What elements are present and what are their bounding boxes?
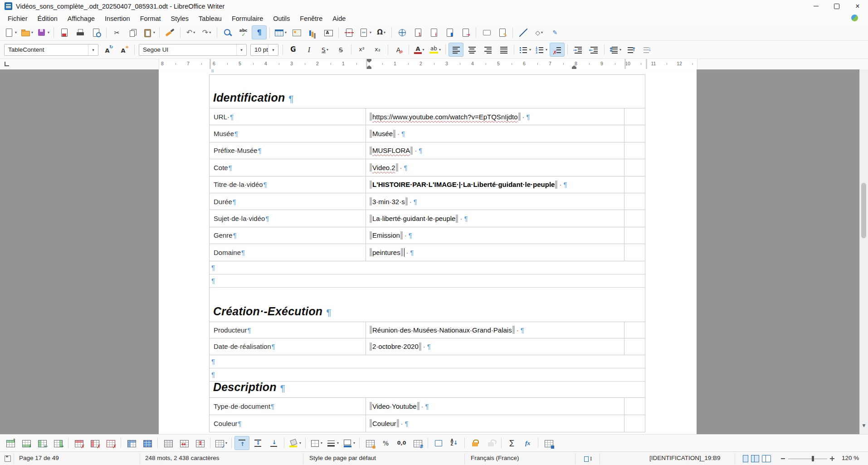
empty-paragraph-row[interactable]: ¶: [210, 274, 645, 288]
row-empty-cell[interactable]: [624, 210, 645, 226]
row-empty-cell[interactable]: [624, 193, 645, 210]
insert-chart-button[interactable]: [305, 25, 320, 39]
row-value-cell[interactable]: Emission·¶: [366, 227, 624, 244]
book-view-icon[interactable]: [762, 455, 771, 462]
basic-shapes-button[interactable]: ◇▾: [532, 25, 546, 39]
row-value-cell[interactable]: La·liberté·guidant·le·peuple·¶: [366, 210, 624, 226]
font-name-combobox[interactable]: Segoe UI ▾: [139, 44, 247, 56]
row-label-cell[interactable]: Producteur¶: [210, 322, 366, 338]
empty-paragraph-row[interactable]: ¶: [210, 368, 645, 382]
delete-row-button[interactable]: [71, 436, 86, 450]
insert-bookmark-button[interactable]: [442, 25, 457, 39]
italic-button[interactable]: I: [302, 43, 317, 57]
section-heading-row[interactable]: Création·-Exécution¶: [210, 288, 645, 322]
dropdown-arrow-icon[interactable]: ▾: [48, 30, 49, 34]
update-style-button[interactable]: [101, 43, 116, 57]
menu-item-styles[interactable]: Styles: [166, 14, 194, 24]
minimize-button[interactable]: [805, 0, 826, 12]
highlight-color-button[interactable]: ab▾: [428, 43, 443, 57]
selection-mode-icon[interactable]: [584, 455, 595, 462]
dropdown-arrow-icon[interactable]: ▾: [153, 30, 155, 34]
row-value-cell[interactable]: L'HISTOIRE·PAR·L'IMAGE·|·La·Liberté·guid…: [366, 176, 624, 193]
insert-frame-button[interactable]: [431, 436, 446, 450]
ordered-list-button[interactable]: ▾: [533, 43, 549, 57]
sort-button[interactable]: [447, 436, 462, 450]
clear-formatting-button[interactable]: A: [391, 43, 406, 57]
split-table-button[interactable]: [192, 436, 207, 450]
zoom-slider[interactable]: [781, 455, 835, 462]
export-pdf-button[interactable]: [57, 25, 72, 39]
row-empty-cell[interactable]: [624, 176, 645, 193]
clone-formatting-button[interactable]: [162, 25, 177, 39]
increase-paragraph-spacing-button[interactable]: [624, 43, 639, 57]
border-style-button[interactable]: ▾: [325, 436, 340, 450]
menu-item-formulaire[interactable]: Formulaire: [227, 14, 268, 24]
insert-column-after-button[interactable]: [50, 436, 65, 450]
open-file-button[interactable]: ▾: [19, 25, 34, 39]
number-format-button[interactable]: [410, 436, 425, 450]
table-background-color-button[interactable]: ▾: [287, 436, 302, 450]
row-empty-cell[interactable]: [624, 125, 645, 142]
first-line-indent-marker[interactable]: [367, 59, 371, 63]
zoom-out-icon[interactable]: [781, 458, 785, 459]
insert-line-button[interactable]: [516, 25, 531, 39]
row-empty-cell[interactable]: [624, 338, 645, 355]
unordered-list-button[interactable]: ▾: [517, 43, 532, 57]
table-properties-button[interactable]: [541, 436, 556, 450]
new-document-button[interactable]: ▾: [3, 25, 18, 39]
row-value-cell[interactable]: 2·octobre·2020·¶: [366, 338, 624, 355]
dropdown-arrow-icon[interactable]: ▾: [193, 30, 195, 34]
border-color-button[interactable]: ▾: [341, 436, 356, 450]
align-justify-button[interactable]: [496, 43, 511, 57]
borders-button[interactable]: ▾: [308, 436, 324, 450]
align-right-button[interactable]: [480, 43, 495, 57]
status-page-number[interactable]: Page 17 de 49: [19, 455, 59, 461]
scrollbar-thumb[interactable]: [861, 183, 866, 238]
row-label-cell[interactable]: Type·de·document¶: [210, 398, 366, 415]
menu-item-fichier[interactable]: Fichier: [3, 14, 33, 24]
vertical-scrollbar[interactable]: ▼: [859, 69, 868, 434]
find-replace-button[interactable]: [220, 25, 235, 39]
no-list-button[interactable]: [550, 43, 565, 57]
delete-table-button[interactable]: [103, 436, 118, 450]
dropdown-arrow-icon[interactable]: ▾: [619, 48, 621, 52]
copy-button[interactable]: [125, 25, 140, 39]
dropdown-arrow-icon[interactable]: ▾: [15, 30, 17, 34]
select-cell-button[interactable]: [124, 436, 139, 450]
row-label-cell[interactable]: Date·de·réalisation¶: [210, 338, 366, 355]
paragraph-style-combobox[interactable]: TableContent ▾: [4, 44, 98, 56]
save-button[interactable]: ▾: [35, 25, 51, 39]
section-heading-row[interactable]: Identification¶: [210, 75, 645, 108]
bold-button[interactable]: G: [286, 43, 301, 57]
row-empty-cell[interactable]: [624, 108, 645, 125]
insert-page-break-button[interactable]: [341, 25, 356, 39]
chevron-down-icon[interactable]: ▾: [88, 44, 98, 55]
menu-item-affichage[interactable]: Affichage: [63, 14, 100, 24]
zoom-slider-thumb[interactable]: [812, 456, 814, 461]
dropdown-arrow-icon[interactable]: ▾: [384, 30, 385, 34]
dropdown-arrow-icon[interactable]: ▾: [31, 30, 33, 34]
new-style-button[interactable]: [117, 43, 132, 57]
print-preview-button[interactable]: [88, 25, 103, 39]
dropdown-arrow-icon[interactable]: ▾: [321, 441, 322, 445]
status-page-style[interactable]: Style de page par défaut: [309, 455, 376, 461]
row-label-cell[interactable]: Sujet·de·la·vidéo¶: [210, 210, 366, 226]
insert-cross-reference-button[interactable]: [458, 25, 473, 39]
row-value-cell[interactable]: Réunion·des·Musées·Nationaux·Grand·Palai…: [366, 322, 624, 338]
row-label-cell[interactable]: URL·¶: [210, 108, 366, 125]
underline-button[interactable]: S▾: [317, 43, 332, 57]
row-label-cell[interactable]: Cote¶: [210, 159, 366, 176]
sum-button[interactable]: ∑: [504, 436, 519, 450]
row-value-cell[interactable]: Couleur·¶: [366, 415, 624, 432]
select-table-button[interactable]: [140, 436, 155, 450]
insert-image-button[interactable]: [289, 25, 304, 39]
row-value-cell[interactable]: MUSFLORA·¶: [366, 142, 624, 159]
formatting-marks-button[interactable]: ¶: [252, 25, 267, 39]
center-vertically-button[interactable]: [250, 436, 265, 450]
superscript-button[interactable]: x²: [354, 43, 369, 57]
dropdown-arrow-icon[interactable]: ▾: [299, 441, 301, 445]
row-empty-cell[interactable]: [624, 415, 645, 432]
insert-row-below-button[interactable]: [19, 436, 34, 450]
row-label-cell[interactable]: Musée¶: [210, 125, 366, 142]
insert-textbox-button[interactable]: [321, 25, 336, 39]
